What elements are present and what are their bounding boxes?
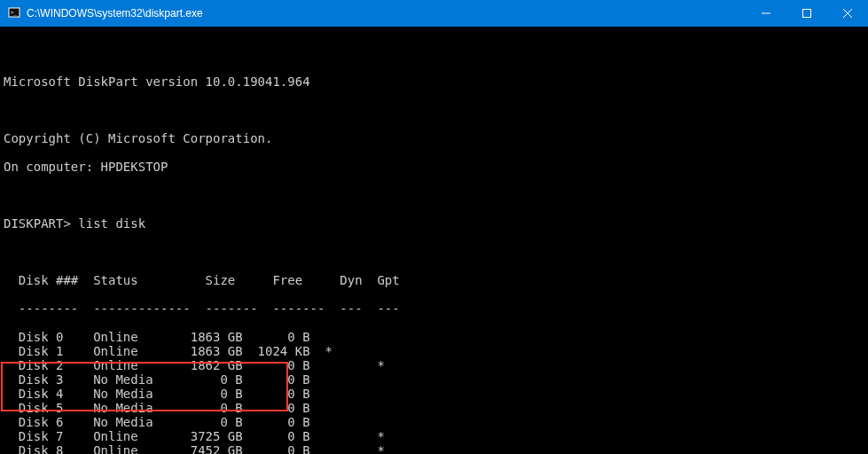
- maximize-button[interactable]: [786, 0, 827, 27]
- blank-line: [4, 245, 864, 259]
- blank-line: [4, 103, 864, 117]
- blank-line: [4, 46, 864, 60]
- console-area[interactable]: Microsoft DiskPart version 10.0.19041.96…: [0, 27, 868, 454]
- svg-text:>_: >_: [11, 9, 18, 16]
- copyright-line: Copyright (C) Microsoft Corporation.: [4, 131, 864, 145]
- svg-rect-3: [803, 10, 811, 18]
- titlebar[interactable]: >_ C:\WINDOWS\system32\diskpart.exe: [0, 0, 868, 27]
- table-divider: -------- ------------- ------- ------- -…: [4, 301, 864, 316]
- table-row: Disk 6 No Media 0 B 0 B: [4, 415, 864, 429]
- window-title: C:\WINDOWS\system32\diskpart.exe: [27, 7, 746, 20]
- prompt-line-1: DISKPART> list disk: [4, 216, 864, 231]
- table-header: Disk ### Status Size Free Dyn Gpt: [4, 273, 864, 287]
- minimize-button[interactable]: [746, 0, 786, 27]
- table-row: Disk 7 Online 3725 GB 0 B *: [4, 429, 864, 443]
- table-row: Disk 8 Online 7452 GB 0 B *: [4, 443, 864, 454]
- table-row: Disk 0 Online 1863 GB 0 B: [4, 330, 864, 344]
- table-row: Disk 4 No Media 0 B 0 B: [4, 387, 864, 401]
- version-line: Microsoft DiskPart version 10.0.19041.96…: [4, 74, 864, 89]
- app-icon: >_: [7, 6, 21, 20]
- computer-line: On computer: HPDEKSTOP: [4, 160, 864, 174]
- table-row: Disk 5 No Media 0 B 0 B: [4, 401, 864, 415]
- table-row: Disk 2 Online 1862 GB 0 B *: [4, 358, 864, 372]
- blank-line: [4, 188, 864, 202]
- close-button[interactable]: [827, 0, 868, 27]
- table-row: Disk 3 No Media 0 B 0 B: [4, 372, 864, 387]
- table-row: Disk 1 Online 1863 GB 1024 KB *: [4, 344, 864, 358]
